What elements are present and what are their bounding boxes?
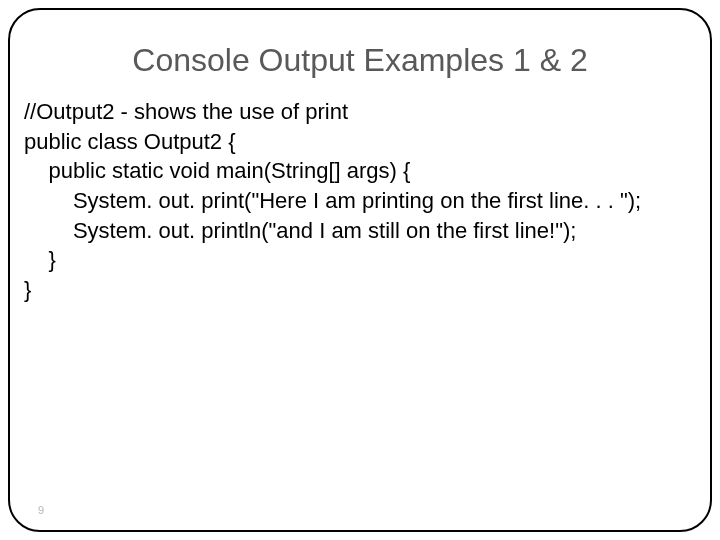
slide-frame: Console Output Examples 1 & 2 //Output2 …	[8, 8, 712, 532]
code-line: }	[24, 277, 31, 302]
slide-title: Console Output Examples 1 & 2	[24, 42, 696, 79]
code-line: System. out. print("Here I am printing o…	[24, 188, 641, 213]
code-line: //Output2 - shows the use of print	[24, 99, 348, 124]
code-line: public static void main(String[] args) {	[24, 158, 410, 183]
code-line: System. out. println("and I am still on …	[24, 218, 576, 243]
code-line: }	[24, 247, 56, 272]
page-number: 9	[38, 504, 44, 516]
code-line: public class Output2 {	[24, 129, 236, 154]
code-block: //Output2 - shows the use of print publi…	[24, 97, 696, 305]
